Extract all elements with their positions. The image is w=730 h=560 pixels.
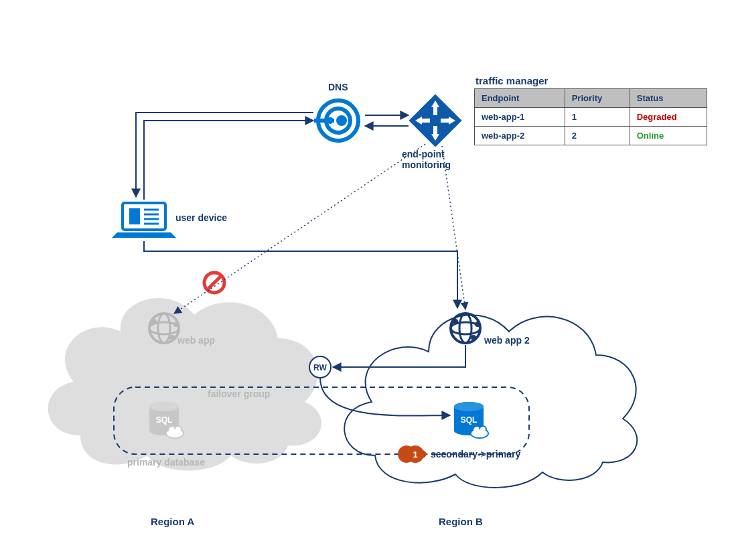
web-app-a-icon	[149, 313, 179, 343]
tm-col-status: Status	[630, 89, 707, 108]
cloud-region-a	[48, 298, 321, 471]
rw-label: RW	[313, 363, 327, 372]
web-app-b-icon	[451, 313, 480, 343]
diagram-canvas: RW SQL SQL	[0, 0, 730, 560]
svg-point-0	[318, 100, 358, 141]
svg-point-44	[454, 402, 484, 411]
dns-label: DNS	[328, 82, 348, 92]
sql-db-b-icon: SQL	[454, 402, 488, 438]
web-app-a-label: web app	[177, 335, 215, 346]
callout-1-text: 1	[413, 449, 417, 460]
region-a-label: Region A	[151, 516, 194, 527]
traffic-manager-title: traffic manager	[476, 75, 548, 86]
tm-col-endpoint: Endpoint	[475, 89, 565, 108]
svg-marker-9	[431, 134, 439, 141]
conn-user-to-dns	[144, 121, 313, 200]
svg-marker-13	[449, 117, 455, 125]
svg-point-31	[459, 313, 471, 343]
svg-point-23	[158, 313, 170, 343]
tm-cell-endpoint: web-app-2	[475, 127, 565, 145]
primary-db-label: primary database	[127, 457, 205, 468]
callout-1: 1	[398, 445, 433, 463]
web-app-b-label: web app 2	[484, 335, 530, 346]
svg-point-48	[480, 426, 486, 433]
tm-row: web-app-2 2 Online	[475, 127, 707, 145]
svg-point-36	[149, 402, 179, 411]
conn-tm-monitor-a	[174, 144, 425, 313]
svg-point-33	[471, 335, 476, 340]
svg-point-50	[407, 445, 424, 463]
endpoint-monitoring-label: end-point monitoring	[402, 149, 451, 170]
tm-cell-status: Online	[630, 127, 707, 145]
svg-point-1	[326, 109, 350, 133]
svg-point-42	[167, 429, 183, 437]
conn-tm-monitor-b	[442, 146, 465, 309]
svg-text:SQL: SQL	[156, 415, 173, 425]
svg-point-5	[327, 117, 334, 124]
svg-rect-12	[422, 119, 430, 123]
svg-point-43	[454, 402, 484, 411]
svg-point-27	[204, 273, 224, 293]
svg-point-25	[169, 335, 175, 340]
svg-point-2	[336, 115, 347, 126]
svg-point-30	[451, 322, 480, 334]
svg-line-28	[208, 277, 220, 289]
svg-point-47	[473, 426, 481, 434]
region-b-label: Region B	[439, 516, 483, 527]
svg-point-41	[175, 426, 181, 433]
svg-point-34	[475, 322, 480, 327]
svg-point-37	[149, 402, 179, 411]
svg-point-46	[471, 429, 488, 438]
conn-rw-to-sqlb	[320, 378, 450, 416]
svg-marker-7	[431, 100, 439, 107]
tm-cell-endpoint: web-app-1	[475, 108, 565, 127]
svg-point-40	[168, 426, 176, 434]
svg-point-29	[451, 313, 480, 343]
conn-user-to-webapp2	[144, 241, 457, 308]
dns-icon	[314, 100, 358, 141]
sql-db-a-icon: SQL	[149, 402, 184, 438]
rw-node: RW	[309, 356, 331, 378]
tm-cell-status: Degraded	[630, 108, 707, 127]
svg-point-49	[471, 429, 488, 437]
svg-marker-11	[415, 117, 422, 125]
user-device-icon	[112, 203, 176, 238]
svg-text:SQL: SQL	[461, 415, 478, 425]
svg-point-22	[149, 322, 179, 334]
secondary-db-label: secondary->primary	[431, 449, 520, 460]
svg-rect-10	[433, 126, 437, 134]
blocked-icon	[204, 273, 224, 293]
tm-cell-priority: 1	[565, 108, 630, 127]
failover-group-box	[114, 387, 529, 454]
svg-rect-15	[123, 203, 165, 230]
tm-row: web-app-1 1 Degraded	[475, 108, 707, 127]
svg-rect-8	[433, 107, 437, 115]
svg-point-39	[166, 429, 184, 438]
svg-point-21	[149, 313, 179, 343]
svg-point-32	[453, 319, 458, 324]
conn-dns-to-user	[136, 113, 313, 197]
traffic-manager-table: Endpoint Priority Status web-app-1 1 Deg…	[474, 88, 707, 145]
svg-rect-6	[409, 94, 461, 147]
svg-rect-16	[129, 208, 140, 224]
svg-rect-3	[314, 119, 334, 123]
conn-webapp2-to-rw	[333, 345, 465, 367]
svg-point-24	[151, 319, 157, 324]
tm-cell-priority: 2	[565, 127, 630, 145]
svg-rect-14	[441, 119, 449, 123]
svg-point-35	[309, 356, 331, 378]
tm-col-priority: Priority	[565, 89, 630, 108]
user-device-label: user device	[175, 212, 227, 223]
traffic-manager-icon	[409, 94, 461, 147]
svg-rect-4	[314, 119, 334, 123]
svg-point-26	[173, 322, 179, 327]
failover-group-label: failover group	[208, 389, 270, 399]
